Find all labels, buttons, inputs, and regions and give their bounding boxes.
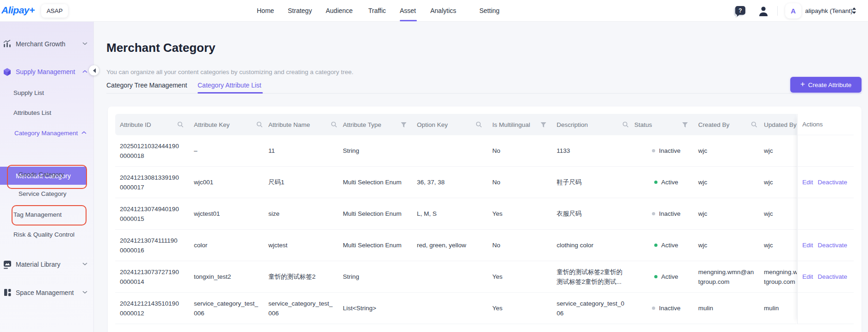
grid-icon bbox=[3, 288, 12, 297]
deactivate-link[interactable]: Deactivate bbox=[818, 242, 847, 249]
column-label: Option Key bbox=[417, 121, 448, 128]
cell-attribute-id: 202412130813391900000017 bbox=[115, 167, 194, 198]
search-icon[interactable] bbox=[256, 121, 263, 128]
chevron-up-icon bbox=[81, 131, 87, 134]
filter-icon[interactable] bbox=[401, 122, 407, 128]
filter-icon[interactable] bbox=[540, 122, 546, 128]
status-badge: Active bbox=[661, 272, 678, 282]
cell-attribute-id: 202412130749401900000015 bbox=[115, 198, 194, 229]
sidebar-item-merchant-growth[interactable]: Merchant Growth bbox=[3, 38, 91, 50]
nav-item-home[interactable]: Home bbox=[257, 7, 274, 14]
nav-item-analytics[interactable]: Analytics bbox=[430, 7, 456, 14]
tab-category-attribute-list[interactable]: Category Attribute List bbox=[198, 81, 261, 89]
nav-item-audience[interactable]: Audience bbox=[326, 7, 353, 14]
cell-attribute-name: service_category_test_006 bbox=[268, 293, 343, 324]
cell-actions bbox=[798, 135, 854, 167]
status-badge: Inactive bbox=[659, 209, 681, 219]
table-row: 202412130749401900000015 wjctest01 size … bbox=[115, 198, 797, 230]
table-card: Attribute ID Attribute Key Attribute Nam… bbox=[108, 106, 862, 332]
tenant-avatar[interactable]: A bbox=[785, 3, 801, 19]
sidebar-item-supply-management[interactable]: Supply Management bbox=[3, 66, 91, 77]
cell-attribute-type: Multi Selection Enum bbox=[343, 167, 417, 198]
sidebar-item-label: Attributes List bbox=[13, 109, 51, 116]
app-window: Alipay+ ASAP Home Strategy Audience Traf… bbox=[0, 0, 868, 332]
column-label: Is Multilingual bbox=[492, 121, 530, 128]
user-icon[interactable] bbox=[758, 6, 769, 17]
nav-item-traffic[interactable]: Traffic bbox=[368, 7, 386, 14]
tenant-selector[interactable]: alipayhk (Tenant) bbox=[805, 7, 853, 14]
alipay-logo[interactable]: Alipay+ bbox=[1, 5, 35, 16]
cell-is-multilingual: Yes bbox=[492, 261, 557, 292]
cell-attribute-type: Multi Selection Enum bbox=[343, 198, 417, 229]
cell-status: Inactive bbox=[634, 198, 698, 229]
cell-updated-by: wjc bbox=[764, 198, 797, 229]
edit-link[interactable]: Edit bbox=[802, 179, 813, 186]
table-row: 202412130741111900000016 color wjctest M… bbox=[115, 230, 797, 261]
sidebar-item-tag-management[interactable]: Tag Management bbox=[13, 209, 101, 220]
column-label: Description bbox=[557, 121, 588, 128]
column-label: Updated By bbox=[764, 121, 797, 128]
create-attribute-button[interactable]: + Create Attribute bbox=[790, 77, 862, 93]
cell-description: 童忻的测试标签2童忻的测试标签2童忻的测试... bbox=[557, 261, 634, 292]
cube-icon bbox=[3, 68, 12, 76]
deactivate-link[interactable]: Deactivate bbox=[818, 273, 847, 280]
sidebar-item-material-library[interactable]: Material Library bbox=[3, 259, 91, 270]
tab-category-tree-management[interactable]: Category Tree Management bbox=[106, 81, 187, 89]
column-label: Created By bbox=[698, 121, 730, 128]
table-header-row: Attribute ID Attribute Key Attribute Nam… bbox=[115, 114, 797, 135]
cell-option-key: L, M, S bbox=[417, 198, 492, 229]
column-header-is-multilingual: Is Multilingual bbox=[492, 114, 557, 135]
search-icon[interactable] bbox=[331, 121, 337, 128]
caret-up-down-icon[interactable] bbox=[852, 7, 856, 14]
cell-attribute-id: 202501210324441900000018 bbox=[115, 135, 194, 166]
edit-link[interactable]: Edit bbox=[802, 242, 813, 249]
sidebar-item-category-management[interactable]: Category Management bbox=[14, 127, 84, 138]
sidebar-item-label: Space Management bbox=[16, 289, 74, 296]
nav-item-setting[interactable]: Setting bbox=[479, 7, 500, 14]
sidebar-collapse-button[interactable] bbox=[89, 65, 99, 75]
column-header-updated-by: Updated By bbox=[764, 114, 797, 135]
cell-actions bbox=[798, 293, 854, 324]
status-dot bbox=[654, 275, 657, 278]
column-label: Attribute ID bbox=[120, 121, 151, 128]
actions-rows: EditDeactivateEditDeactivateEditDeactiva… bbox=[798, 135, 854, 324]
deactivate-link[interactable]: Deactivate bbox=[818, 179, 847, 186]
sidebar-item-label: Goods Category bbox=[19, 171, 64, 178]
sidebar-item-risk-quality-control[interactable]: Risk & Quality Control bbox=[13, 229, 101, 240]
sidebar-item-space-management[interactable]: Space Management bbox=[3, 287, 91, 298]
sidebar-item-label: Tag Management bbox=[13, 211, 62, 218]
edit-link[interactable]: Edit bbox=[802, 273, 813, 280]
search-icon[interactable] bbox=[751, 121, 757, 128]
chevron-up-icon bbox=[82, 70, 87, 73]
cell-updated-by: mengning.wmn@antgroup.com bbox=[764, 261, 797, 292]
cell-updated-by: mulin bbox=[764, 293, 797, 324]
cell-created-by: wjc bbox=[698, 135, 764, 166]
filter-icon[interactable] bbox=[682, 122, 688, 128]
column-header-status: Status bbox=[634, 114, 698, 135]
chevron-down-icon bbox=[82, 291, 87, 294]
cell-actions: EditDeactivate bbox=[798, 261, 854, 293]
search-icon[interactable] bbox=[177, 121, 184, 128]
status-dot bbox=[652, 307, 655, 310]
column-header-created-by: Created By bbox=[698, 114, 764, 135]
workspace-chip[interactable]: ASAP bbox=[41, 4, 68, 18]
status-badge: Active bbox=[661, 177, 678, 187]
nav-item-strategy[interactable]: Strategy bbox=[288, 7, 312, 14]
cell-option-key bbox=[417, 135, 492, 166]
sidebar-item-attributes-list[interactable]: Attributes List bbox=[13, 107, 101, 118]
status-dot bbox=[652, 149, 655, 152]
cell-status: Active bbox=[634, 261, 698, 292]
search-icon[interactable] bbox=[476, 121, 482, 128]
sidebar-item-label: Supply List bbox=[13, 89, 44, 96]
sidebar-item-goods-category[interactable]: Goods Category bbox=[19, 169, 106, 180]
sidebar-item-supply-list[interactable]: Supply List bbox=[13, 87, 101, 98]
sidebar-item-label: Service Category bbox=[19, 190, 67, 197]
sidebar-item-service-category[interactable]: Service Category bbox=[19, 188, 106, 199]
cell-is-multilingual: No bbox=[492, 230, 557, 261]
search-icon[interactable] bbox=[622, 121, 629, 128]
nav-item-asset[interactable]: Asset bbox=[400, 7, 416, 14]
active-nav-underline bbox=[400, 20, 417, 21]
cell-actions: EditDeactivate bbox=[798, 167, 854, 198]
help-icon[interactable]: ? bbox=[735, 6, 746, 17]
cell-attribute-name: size bbox=[268, 198, 343, 229]
